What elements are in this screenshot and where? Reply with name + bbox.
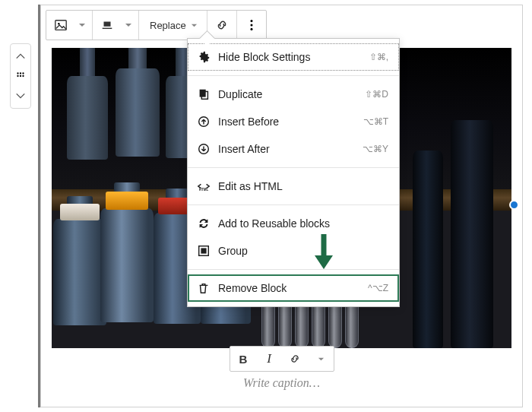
menu-shortcut: ⇧⌘D (365, 89, 388, 100)
trash-icon (197, 281, 211, 295)
svg-rect-8 (104, 22, 111, 27)
image-icon (54, 18, 68, 32)
menu-insert-after[interactable]: Insert After ⌥⌘Y (188, 135, 399, 163)
menu-label: Add to Reusable blocks (218, 217, 388, 230)
svg-point-12 (250, 28, 252, 30)
svg-point-5 (22, 75, 24, 77)
insert-after-icon (197, 142, 211, 156)
caption-input[interactable]: Write caption… (41, 376, 522, 390)
link-icon (289, 353, 301, 365)
menu-shortcut: ⇧⌘, (369, 52, 388, 62)
resize-handle-right[interactable] (509, 200, 519, 210)
italic-button[interactable]: I (256, 347, 282, 371)
more-options-button[interactable] (239, 11, 264, 40)
caret-down-icon (191, 22, 198, 29)
svg-text:HTML: HTML (199, 188, 209, 192)
align-caret[interactable] (120, 11, 137, 40)
caption-placeholder: Write caption… (243, 376, 320, 389)
svg-point-10 (250, 20, 252, 22)
svg-point-0 (17, 72, 18, 74)
menu-label: Edit as HTML (218, 180, 388, 192)
menu-shortcut: ⌥⌘T (363, 116, 388, 127)
svg-rect-6 (55, 21, 66, 30)
gear-icon (197, 50, 211, 64)
menu-label: Insert Before (218, 116, 356, 128)
menu-edit-html[interactable]: HTML Edit as HTML (188, 173, 399, 200)
chevron-down-icon (15, 90, 26, 101)
svg-rect-13 (200, 90, 206, 97)
svg-rect-9 (103, 28, 112, 29)
menu-shortcut: ⌥⌘Y (363, 144, 388, 154)
svg-point-1 (20, 72, 21, 74)
align-icon (100, 18, 114, 32)
svg-point-2 (22, 72, 24, 74)
align-button[interactable] (94, 11, 120, 40)
caret-down-icon (125, 21, 132, 29)
link-icon (215, 18, 229, 32)
svg-point-3 (17, 75, 18, 77)
caption-link-button[interactable] (282, 347, 308, 371)
duplicate-icon (197, 87, 211, 101)
menu-label: Remove Block (218, 282, 360, 294)
reusable-icon (197, 217, 211, 230)
menu-add-reusable[interactable]: Add to Reusable blocks (188, 210, 399, 237)
caption-toolbar: B I (230, 346, 334, 372)
menu-shortcut: ^⌥Z (368, 283, 388, 293)
block-toolbar: Replace (46, 10, 267, 40)
menu-label: Insert After (218, 143, 355, 155)
replace-button[interactable]: Replace (141, 11, 205, 40)
more-vertical-icon (245, 18, 258, 32)
drag-dots-icon (15, 71, 26, 81)
replace-label: Replace (150, 20, 186, 31)
caret-down-icon (318, 356, 325, 363)
drag-handle[interactable] (11, 67, 30, 85)
move-up-button[interactable] (11, 47, 30, 65)
svg-point-4 (20, 75, 21, 77)
block-type-caret[interactable] (74, 11, 90, 40)
caption-more-button[interactable] (308, 347, 334, 371)
block-mover-controls (10, 43, 31, 109)
group-icon (197, 244, 211, 258)
block-type-button[interactable] (48, 11, 74, 40)
caret-down-icon (78, 21, 86, 29)
bold-button[interactable]: B (230, 347, 256, 371)
html-icon: HTML (197, 179, 211, 193)
move-down-button[interactable] (11, 87, 30, 105)
chevron-up-icon (15, 51, 26, 62)
svg-rect-19 (201, 248, 206, 253)
menu-remove-block[interactable]: Remove Block ^⌥Z (188, 274, 399, 302)
svg-point-11 (250, 24, 252, 26)
menu-insert-before[interactable]: Insert Before ⌥⌘T (188, 108, 399, 135)
menu-group[interactable]: Group (188, 237, 399, 265)
menu-label: Group (218, 245, 388, 257)
insert-before-icon (197, 115, 211, 128)
menu-hide-block-settings[interactable]: Hide Block Settings ⇧⌘, (188, 43, 399, 71)
menu-label: Duplicate (218, 88, 357, 100)
menu-label: Hide Block Settings (218, 51, 362, 63)
menu-duplicate[interactable]: Duplicate ⇧⌘D (188, 81, 399, 108)
block-options-menu: Hide Block Settings ⇧⌘, Duplicate ⇧⌘D In… (187, 38, 400, 307)
